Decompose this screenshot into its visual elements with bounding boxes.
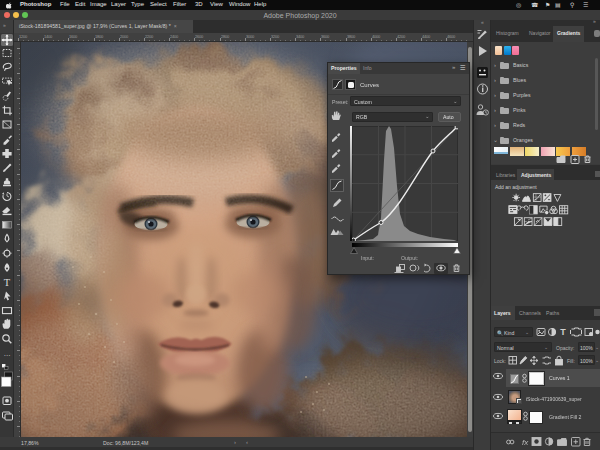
svg-text:T: T — [4, 277, 11, 288]
svg-text:fx: fx — [522, 438, 529, 447]
svg-text:⋯: ⋯ — [4, 352, 11, 359]
svg-text:T: T — [560, 327, 566, 337]
